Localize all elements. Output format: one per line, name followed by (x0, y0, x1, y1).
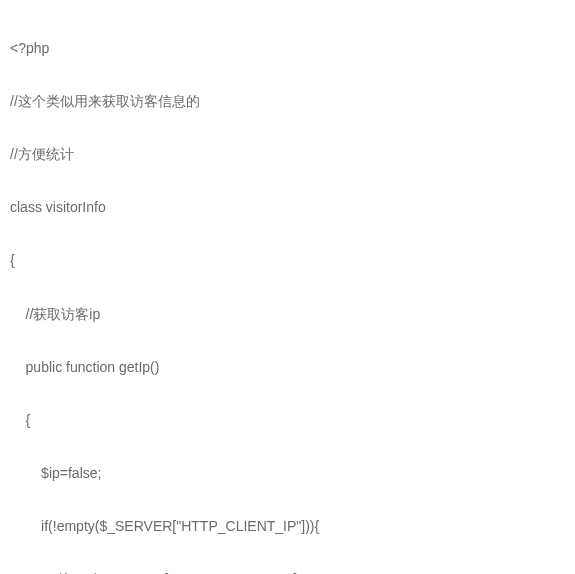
code-line: class visitorInfo (10, 194, 565, 221)
code-line: if(!empty($_SERVER["HTTP_CLIENT_IP"])){ (10, 513, 565, 540)
code-line: <?php (10, 35, 565, 62)
code-line: $ip = $_SERVER["HTTP_CLIENT_IP"]; (10, 566, 565, 574)
code-line: public function getIp() (10, 354, 565, 381)
code-line: { (10, 407, 565, 434)
code-line: //获取访客ip (10, 301, 565, 328)
code-line: //这个类似用来获取访客信息的 (10, 88, 565, 115)
code-line: { (10, 247, 565, 274)
code-line: //方便统计 (10, 141, 565, 168)
php-code-block: <?php //这个类似用来获取访客信息的 //方便统计 class visit… (10, 8, 565, 574)
code-line: $ip=false; (10, 460, 565, 487)
